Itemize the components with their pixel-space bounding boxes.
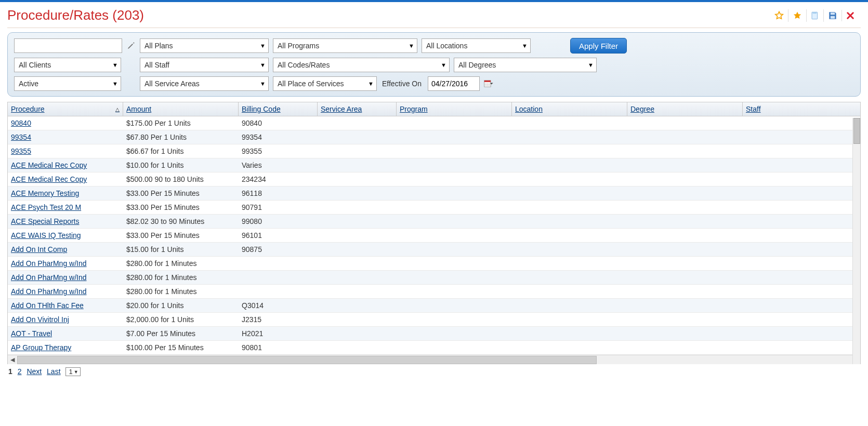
grid: Procedure Amount Billing Code Service Ar… xyxy=(7,102,861,364)
table-row: AOT - Travel$7.00 Per 15 MinutesH2021 xyxy=(8,327,860,341)
col-header-program[interactable]: Program xyxy=(397,102,512,116)
cell-degree xyxy=(627,201,743,214)
close-icon[interactable] xyxy=(841,10,859,21)
pager-size-select[interactable]: 1 xyxy=(65,367,80,376)
clear-search-icon[interactable] xyxy=(126,41,136,50)
cell-program xyxy=(397,215,512,228)
pager-next[interactable]: Next xyxy=(27,367,42,376)
cell-billing-code: Q3014 xyxy=(239,299,318,312)
cell-service-area xyxy=(318,144,397,158)
clients-select[interactable]: All Clients xyxy=(14,58,121,72)
pager-last[interactable]: Last xyxy=(47,367,60,376)
cell-procedure[interactable]: Add On PharMng w/Ind xyxy=(8,285,123,298)
table-row: 90840$175.00 Per 1 Units90840 xyxy=(8,116,860,130)
cell-billing-code: Varies xyxy=(239,158,318,172)
cell-procedure[interactable]: 99354 xyxy=(8,130,123,144)
cell-amount: $280.00 for 1 Minutes xyxy=(123,285,239,298)
table-row: Add On THlth Fac Fee$20.00 for 1 UnitsQ3… xyxy=(8,299,860,313)
cell-staff xyxy=(743,243,860,256)
degrees-select[interactable]: All Degrees xyxy=(454,58,597,72)
cell-degree xyxy=(627,299,743,312)
cell-procedure[interactable]: Add On THlth Fac Fee xyxy=(8,299,123,312)
cell-staff xyxy=(743,299,860,312)
cell-location xyxy=(512,144,627,158)
cell-procedure[interactable]: Add On PharMng w/Ind xyxy=(8,271,123,284)
col-header-billing-code[interactable]: Billing Code xyxy=(239,102,318,116)
table-row: Add On PharMng w/Ind$280.00 for 1 Minute… xyxy=(8,257,860,271)
cell-procedure[interactable]: ACE Special Reports xyxy=(8,215,123,228)
cell-procedure[interactable]: ACE Medical Rec Copy xyxy=(8,158,123,172)
cell-location xyxy=(512,243,627,256)
cell-amount: $280.00 for 1 Minutes xyxy=(123,257,239,270)
table-row: 99354$67.80 Per 1 Units99354 xyxy=(8,130,860,144)
horizontal-scrollbar[interactable]: ◀ ▶ xyxy=(8,355,860,364)
cell-procedure[interactable]: 90840 xyxy=(8,116,123,130)
col-header-degree[interactable]: Degree xyxy=(627,102,743,116)
col-header-staff[interactable]: Staff xyxy=(743,102,860,116)
cell-program xyxy=(397,285,512,298)
cell-procedure[interactable]: ACE Medical Rec Copy xyxy=(8,172,123,186)
cell-location xyxy=(512,172,627,186)
cell-service-area xyxy=(318,341,397,354)
cell-procedure[interactable]: ACE Psych Test 20 M xyxy=(8,201,123,214)
cell-program xyxy=(397,187,512,200)
cell-service-area xyxy=(318,257,397,270)
save-icon[interactable] xyxy=(823,9,841,22)
col-header-procedure[interactable]: Procedure xyxy=(8,102,123,116)
cell-degree xyxy=(627,327,743,340)
table-row: ACE Medical Rec Copy$10.00 for 1 UnitsVa… xyxy=(8,158,860,172)
cell-service-area xyxy=(318,327,397,340)
cell-service-area xyxy=(318,215,397,228)
cell-service-area xyxy=(318,229,397,242)
codes-rates-select[interactable]: All Codes/Rates xyxy=(273,58,450,72)
table-row: ACE Memory Testing$33.00 Per 15 Minutes9… xyxy=(8,187,860,201)
service-areas-select[interactable]: All Service Areas xyxy=(140,76,269,91)
cell-location xyxy=(512,215,627,228)
place-of-services-select[interactable]: All Place of Services xyxy=(273,76,377,91)
scroll-thumb[interactable] xyxy=(17,356,597,364)
search-input[interactable] xyxy=(14,38,122,53)
cell-location xyxy=(512,116,627,130)
cell-location xyxy=(512,201,627,214)
cell-degree xyxy=(627,285,743,298)
star-filled-icon[interactable] xyxy=(788,9,806,22)
apply-filter-button[interactable]: Apply Filter xyxy=(570,38,627,54)
grid-body: 90840$175.00 Per 1 Units9084099354$67.80… xyxy=(8,116,860,355)
staff-select[interactable]: All Staff xyxy=(140,58,269,72)
effective-on-input[interactable] xyxy=(428,76,480,91)
cell-procedure[interactable]: ACE Memory Testing xyxy=(8,187,123,200)
cell-procedure[interactable]: Add On PharMng w/Ind xyxy=(8,257,123,270)
cell-degree xyxy=(627,341,743,354)
cell-procedure[interactable]: Add On Int Comp xyxy=(8,243,123,256)
scroll-left-icon[interactable]: ◀ xyxy=(8,355,17,365)
new-page-icon[interactable] xyxy=(806,9,823,22)
cell-degree xyxy=(627,130,743,144)
cell-degree xyxy=(627,313,743,326)
cell-procedure[interactable]: AP Group Therapy xyxy=(8,341,123,354)
cell-billing-code: 96101 xyxy=(239,229,318,242)
programs-select[interactable]: All Programs xyxy=(273,38,417,53)
cell-billing-code: 99354 xyxy=(239,130,318,144)
cell-amount: $100.00 Per 15 Minutes xyxy=(123,341,239,354)
calendar-icon[interactable] xyxy=(484,79,494,88)
page-header: Procedure/Rates (203) xyxy=(7,5,861,28)
table-row: AP Group Therapy$100.00 Per 15 Minutes90… xyxy=(8,341,860,355)
cell-procedure[interactable]: AOT - Travel xyxy=(8,327,123,340)
cell-procedure[interactable]: Add On Vivitrol Inj xyxy=(8,313,123,326)
col-header-amount[interactable]: Amount xyxy=(123,102,239,116)
pager-page-2[interactable]: 2 xyxy=(18,367,22,376)
col-header-service-area[interactable]: Service Area xyxy=(318,102,397,116)
cell-staff xyxy=(743,229,860,242)
status-select[interactable]: Active xyxy=(14,76,121,91)
col-header-location[interactable]: Location xyxy=(512,102,627,116)
cell-program xyxy=(397,130,512,144)
cell-procedure[interactable]: 99355 xyxy=(8,144,123,158)
star-outline-icon[interactable] xyxy=(770,9,788,22)
vertical-scroll-thumb[interactable] xyxy=(853,118,860,144)
plans-select[interactable]: All Plans xyxy=(140,38,269,53)
vertical-scrollbar[interactable] xyxy=(852,118,860,364)
cell-procedure[interactable]: ACE WAIS IQ Testing xyxy=(8,229,123,242)
cell-staff xyxy=(743,313,860,326)
locations-select[interactable]: All Locations xyxy=(422,38,531,53)
cell-location xyxy=(512,158,627,172)
